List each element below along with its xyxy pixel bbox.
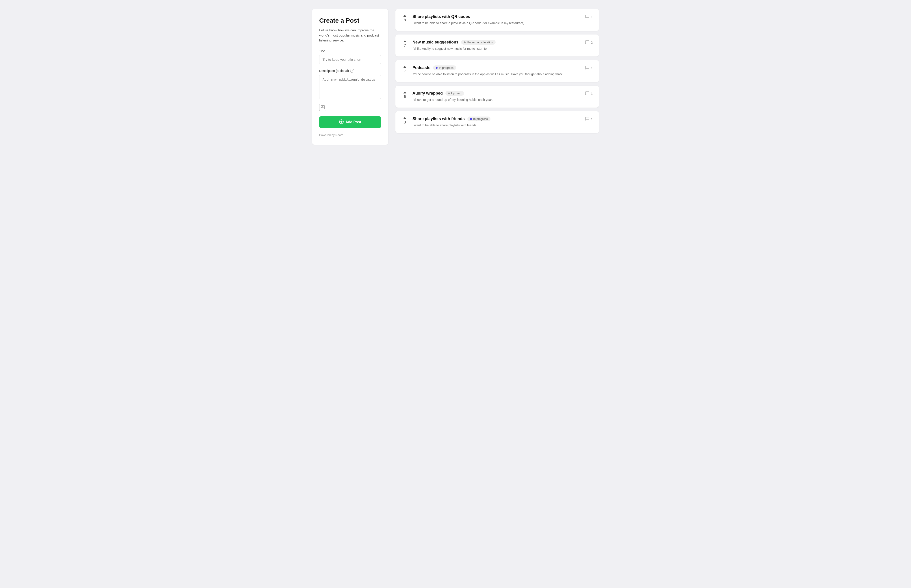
status-label: Up next [451,92,461,95]
comment-count: 1 [591,66,593,70]
posts-panel: 8 Share playlists with QR codes I want t… [395,9,599,145]
vote-section: 7 [402,65,408,73]
comment-section: 1 [585,91,593,96]
status-dot [436,67,438,69]
upvote-button[interactable] [403,40,407,43]
svg-point-1 [322,106,322,107]
comment-icon [585,40,589,45]
comment-count: 1 [591,117,593,121]
comment-count: 1 [591,15,593,19]
add-post-button[interactable]: Add Post [319,116,381,128]
comment-count: 1 [591,92,593,95]
status-badge: Under consideration [461,40,496,45]
post-header: Audify wrapped Up next [413,91,581,96]
status-label: In progress [439,66,453,69]
chevron-up-icon [403,40,406,42]
status-dot [470,118,472,120]
help-icon[interactable]: ? [350,69,354,73]
vote-count: 6 [404,95,406,99]
post-body: I'd like Audify to suggest new music for… [413,46,581,51]
vote-count: 7 [404,69,406,73]
post-body: I'd love to get a round-up of my listeni… [413,97,581,102]
chevron-up-icon [403,15,406,17]
comment-section: 1 [585,116,593,122]
vote-count: 7 [404,44,406,48]
status-label: In progress [473,117,488,121]
vote-section: 7 [402,40,408,48]
chevron-up-icon [403,66,406,68]
chevron-up-icon [403,117,406,119]
post-body: I want to be able to share a playlist vi… [413,21,581,26]
post-content: Audify wrapped Up next I'd love to get a… [413,91,581,102]
vote-count: 8 [404,18,406,22]
status-dot [448,92,450,94]
comment-icon [585,65,589,71]
upvote-button[interactable] [403,65,407,68]
post-card: 7 New music suggestions Under considerat… [395,34,599,57]
chevron-up-icon [403,91,406,94]
vote-section: 3 [402,116,408,124]
post-card: 3 Share playlists with friends In progre… [395,111,599,133]
post-content: Share playlists with QR codes I want to … [413,15,581,26]
create-post-title: Create a Post [319,17,381,24]
post-header: Share playlists with QR codes [413,15,581,19]
post-header: Podcasts In progress [413,65,581,70]
post-title: Share playlists with friends [413,116,465,121]
comment-section: 1 [585,65,593,71]
main-container: Create a Post Let us know how we can imp… [312,9,599,145]
powered-by-label: Powered by Noora [319,133,381,137]
upvote-button[interactable] [403,116,407,120]
comment-section: 2 [585,40,593,45]
comment-icon [585,116,589,122]
post-card: 6 Audify wrapped Up next I'd love to get… [395,86,599,108]
post-title: Audify wrapped [413,91,443,96]
post-header: New music suggestions Under consideratio… [413,40,581,45]
title-input[interactable] [319,55,381,64]
post-title: Podcasts [413,65,430,70]
upvote-button[interactable] [403,15,407,17]
create-post-description: Let us know how we can improve the world… [319,28,381,43]
post-card: 8 Share playlists with QR codes I want t… [395,9,599,31]
post-body: It'd be cool to be able to listen to pod… [413,72,581,77]
image-upload-area[interactable] [319,104,381,111]
post-header: Share playlists with friends In progress [413,116,581,121]
upvote-button[interactable] [403,91,407,94]
status-label: Under consideration [467,40,493,44]
description-textarea[interactable] [319,74,381,99]
comment-section: 1 [585,15,593,19]
post-body: I want to be able to share playlists wit… [413,123,581,128]
status-badge: In progress [468,116,490,121]
post-content: New music suggestions Under consideratio… [413,40,581,51]
vote-count: 3 [404,120,406,124]
comment-icon [585,15,589,19]
title-label: Title [319,49,381,53]
create-post-panel: Create a Post Let us know how we can imp… [312,9,388,145]
status-dot [464,42,466,43]
post-content: Podcasts In progress It'd be cool to be … [413,65,581,77]
status-badge: In progress [433,65,456,70]
comment-count: 2 [591,40,593,44]
description-label: Description (optional) ? [319,69,381,73]
post-title: Share playlists with QR codes [413,15,470,19]
post-card: 7 Podcasts In progress It'd be cool to b… [395,60,599,82]
post-content: Share playlists with friends In progress… [413,116,581,128]
comment-icon [585,91,589,96]
status-badge: Up next [445,91,464,96]
post-title: New music suggestions [413,40,458,45]
vote-section: 6 [402,91,408,99]
plus-circle-icon [339,120,344,125]
vote-section: 8 [402,15,408,22]
image-icon [319,104,326,111]
